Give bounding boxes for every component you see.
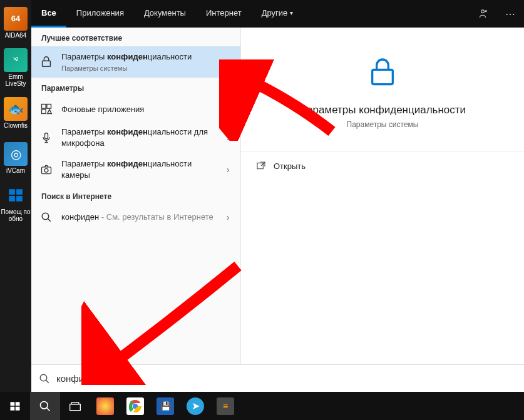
app-icon: 🐟 [4, 97, 28, 121]
svg-rect-1 [16, 189, 23, 195]
windows-icon [4, 183, 28, 207]
camera-icon [39, 162, 54, 177]
chevron-right-icon: › [223, 104, 233, 114]
open-action[interactable]: Открыть [241, 152, 524, 180]
svg-point-4 [481, 10, 485, 13]
svg-rect-17 [16, 402, 20, 406]
desktop-icons: 64 AIDA64 ༄ Emm LiveSty 🐟 Clownfis ◎ iVC… [0, 0, 31, 225]
svg-rect-3 [16, 196, 23, 202]
tab-all[interactable]: Все [31, 0, 66, 28]
desktop-icon-emm[interactable]: ༄ Emm LiveSty [0, 45, 31, 90]
result-text: конфиден - См. результаты в Интернете [61, 212, 215, 223]
desktop-icon-updater[interactable]: Помощ по обно [0, 180, 31, 225]
svg-point-15 [40, 374, 47, 381]
result-microphone-privacy[interactable]: Параметры конфиденциальности для микрофо… [31, 121, 240, 153]
desktop-label: AIDA64 [5, 32, 26, 39]
chevron-right-icon: › [223, 133, 233, 143]
feedback-button[interactable] [469, 0, 496, 28]
result-best-match[interactable]: Параметры конфиденциальности Параметры с… [31, 46, 240, 78]
svg-rect-9 [45, 133, 48, 138]
result-camera-privacy[interactable]: Параметры конфиденциальности камеры › [31, 153, 240, 185]
svg-rect-2 [9, 196, 15, 202]
open-icon [256, 161, 266, 171]
result-text: Фоновые приложения [61, 104, 215, 115]
preview-actions: Открыть [241, 151, 524, 180]
svg-point-11 [44, 168, 48, 172]
desktop-icon-ivcam[interactable]: ◎ iVCam [0, 135, 31, 180]
svg-rect-13 [372, 69, 393, 84]
result-background-apps[interactable]: Фоновые приложения › [31, 96, 240, 121]
svg-rect-7 [47, 105, 51, 109]
svg-rect-19 [16, 406, 20, 410]
desktop-label: Emm LiveSty [0, 73, 31, 87]
result-text: Параметры конфиденциальности камеры [61, 158, 215, 180]
taskbar-app-sublime[interactable]: ≡ [210, 392, 240, 420]
preview-title: Параметры конфиденциальности [299, 104, 466, 116]
svg-rect-0 [9, 189, 15, 195]
options-button[interactable]: ⋯ [496, 0, 524, 28]
task-view-button[interactable] [60, 392, 90, 420]
start-button[interactable] [0, 392, 30, 420]
tab-apps[interactable]: Приложения [66, 0, 134, 28]
aida64-icon: 64 [4, 7, 28, 31]
tab-documents[interactable]: Документы [134, 0, 196, 28]
desktop-icon-aida64[interactable]: 64 AIDA64 [0, 0, 31, 45]
svg-rect-16 [11, 402, 15, 406]
lock-icon [362, 53, 403, 93]
section-web: Поиск в Интернете [31, 186, 240, 205]
taskbar-app-yandex[interactable] [90, 392, 120, 420]
app-icon: ༄ [4, 48, 28, 72]
preview-pane: Параметры конфиденциальности Параметры с… [241, 28, 524, 364]
apps-icon [39, 101, 54, 116]
svg-rect-22 [71, 402, 79, 404]
svg-rect-14 [257, 163, 263, 168]
taskbar-app-chrome[interactable] [120, 392, 150, 420]
result-text: Параметры конфиденциальности Параметры с… [61, 51, 233, 73]
taskbar: 💾 ➤ ≡ [0, 392, 524, 420]
tab-more[interactable]: Другие▾ [252, 0, 304, 28]
desktop-label: Помощ по обно [0, 208, 31, 222]
chevron-down-icon: ▾ [290, 9, 293, 16]
open-label: Открыть [274, 161, 306, 171]
taskbar-app-telegram[interactable]: ➤ [180, 392, 210, 420]
search-input-row [31, 364, 524, 392]
svg-rect-21 [70, 404, 81, 410]
search-panel: Все Приложения Документы Интернет Другие… [31, 0, 524, 392]
search-tabs: Все Приложения Документы Интернет Другие… [31, 0, 524, 28]
preview-subtitle: Параметры системы [347, 120, 419, 129]
svg-rect-8 [42, 110, 46, 114]
lock-icon [39, 54, 54, 69]
desktop-label: iVCam [6, 167, 25, 174]
svg-rect-6 [42, 105, 46, 109]
chevron-right-icon: › [223, 212, 233, 222]
taskbar-app-notepad[interactable]: 💾 [150, 392, 180, 420]
result-text: Параметры конфиденциальности для микрофо… [61, 126, 215, 148]
desktop-label: Clownfis [4, 122, 28, 129]
tab-internet[interactable]: Интернет [196, 0, 252, 28]
results-list: Лучшее соответствие Параметры конфиденци… [31, 28, 241, 364]
svg-rect-18 [11, 406, 15, 410]
svg-point-20 [41, 401, 48, 409]
svg-point-12 [42, 213, 49, 220]
result-web-search[interactable]: конфиден - См. результаты в Интернете › [31, 205, 240, 230]
section-best-match: Лучшее соответствие [31, 28, 240, 46]
microphone-icon [39, 130, 54, 145]
search-icon [39, 210, 54, 225]
desktop-icon-clownfish[interactable]: 🐟 Clownfis [0, 90, 31, 135]
search-button[interactable] [30, 392, 60, 420]
chevron-right-icon: › [223, 165, 233, 175]
search-input[interactable] [56, 373, 516, 384]
search-icon [39, 373, 50, 384]
svg-rect-5 [43, 61, 51, 66]
svg-rect-10 [42, 167, 51, 174]
section-settings: Параметры [31, 78, 240, 96]
app-icon: ◎ [4, 142, 28, 166]
